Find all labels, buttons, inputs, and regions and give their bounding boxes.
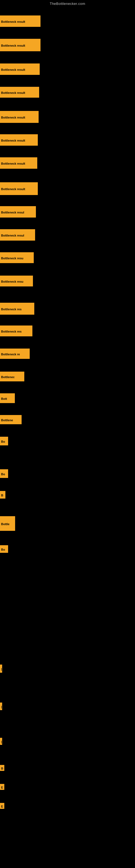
bottleneck-label-14: Bottleneck re: [0, 348, 30, 359]
bottleneck-label-24: |: [0, 703, 2, 710]
bottleneck-label-1: Bottleneck result: [0, 39, 41, 51]
bottleneck-label-16: Bott: [0, 393, 15, 403]
bottleneck-label-21: Bottle: [0, 516, 15, 531]
bottleneck-label-4: Bottleneck result: [0, 111, 39, 123]
bottleneck-label-17: Bottlene: [0, 415, 21, 424]
bottleneck-label-6: Bottleneck result: [0, 157, 37, 169]
bottleneck-label-7: Bottleneck result: [0, 182, 38, 195]
bottleneck-label-13: Bottleneck res: [0, 326, 32, 336]
bottleneck-label-26: B: [0, 765, 4, 771]
bottleneck-label-20: B: [0, 491, 5, 499]
bottleneck-label-25: |: [0, 738, 2, 745]
bottleneck-label-18: Bo: [0, 437, 8, 445]
site-title: TheBottlenecker.com: [0, 0, 135, 7]
bottleneck-label-28: E: [0, 803, 4, 809]
bottleneck-label-5: Bottleneck result: [0, 134, 38, 146]
bottleneck-label-3: Bottleneck result: [0, 87, 39, 98]
bottleneck-label-8: Bottleneck resul: [0, 206, 36, 218]
bottleneck-label-15: Bottlenec: [0, 372, 24, 381]
bottleneck-label-9: Bottleneck resul: [0, 229, 35, 241]
bottleneck-label-10: Bottleneck resu: [0, 252, 34, 263]
bottleneck-label-19: Bo: [0, 469, 8, 478]
bottleneck-label-27: E: [0, 784, 4, 790]
bottleneck-label-0: Bottleneck result: [0, 16, 41, 27]
bottleneck-label-11: Bottleneck resu: [0, 276, 33, 286]
bottleneck-label-12: Bottleneck res: [0, 303, 34, 315]
bottleneck-label-2: Bottleneck result: [0, 63, 40, 75]
bottleneck-label-23: |: [0, 664, 2, 673]
bottleneck-label-22: Bo: [0, 545, 8, 553]
